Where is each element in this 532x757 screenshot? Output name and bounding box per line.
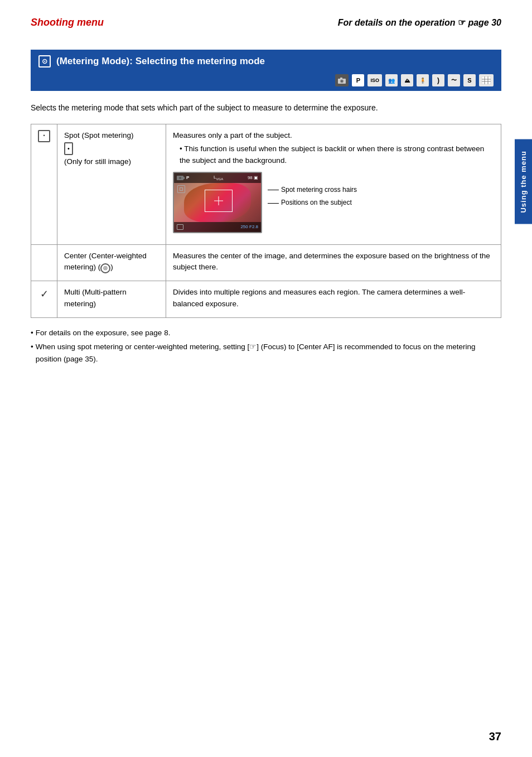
vf-spot-box xyxy=(205,190,233,212)
vf-count: 98 ▣ xyxy=(248,175,258,181)
page-container: Shooting menu For details on the operati… xyxy=(0,0,532,757)
note-1: • For details on the exposure, see page … xyxy=(31,327,501,339)
vf-top-left: P xyxy=(177,175,189,181)
table-row-spot: • Spot (Spot metering) • (Only for still… xyxy=(31,124,501,245)
callout-dash-1 xyxy=(268,190,279,190)
spot-desc-bullet: • This function is useful when the subje… xyxy=(180,143,494,166)
spot-crosshair xyxy=(214,196,223,205)
center-item-cell: Center (Center-weightedmetering) (◎) xyxy=(57,244,166,281)
vf-p-label: P xyxy=(186,175,189,181)
multi-title: Multi (Multi-pattern metering) xyxy=(64,288,127,307)
table-row-center: Center (Center-weightedmetering) (◎) Mea… xyxy=(31,244,501,281)
vf-spot-indicator xyxy=(177,185,185,193)
svg-rect-10 xyxy=(183,177,185,179)
multi-desc-cell: Divides into multiple regions and measur… xyxy=(166,281,501,318)
mode-icon-person: 🧍 xyxy=(417,74,429,86)
operation-ref: For details on the operation ☞ page 30 xyxy=(338,17,501,28)
banner-icons-row: P ISO 👥 ⛰ 🧍 ) 〜 S xyxy=(31,72,501,91)
spot-sub: (Only for still image) xyxy=(64,157,131,166)
center-icon-cell xyxy=(31,244,57,281)
vf-left-icon xyxy=(177,224,183,230)
callout-line-2: Positions on the subject xyxy=(268,199,357,208)
center-desc-cell: Measures the center of the image, and de… xyxy=(166,244,501,281)
mode-icon-p: P xyxy=(352,74,364,86)
shooting-menu-title: Shooting menu xyxy=(31,17,104,28)
mode-icon-wave: 〜 xyxy=(448,74,460,86)
multi-item-cell: Multi (Multi-pattern metering) xyxy=(57,281,166,318)
spot-item-cell: Spot (Spot metering) • (Only for still i… xyxy=(57,124,166,245)
multi-desc-main: Divides into multiple regions and measur… xyxy=(173,287,494,310)
banner-title-row: ⊙ (Metering Mode): Selecting the meterin… xyxy=(31,50,501,72)
notes: • For details on the exposure, see page … xyxy=(31,327,501,365)
svg-rect-3 xyxy=(340,78,342,79)
callout-dash-2 xyxy=(268,203,279,204)
center-paren: ) xyxy=(110,263,113,271)
multi-check-icon: ✓ xyxy=(38,287,50,302)
callout-lines: Spot metering cross hairs Positions on t… xyxy=(268,172,357,208)
note-text-1: For details on the exposure, see page 8. xyxy=(36,327,171,339)
callout-text-2: Positions on the subject xyxy=(281,199,352,208)
mode-icon-mountain: ⛰ xyxy=(401,74,413,86)
center-item-name: Center (Center-weightedmetering) (◎) xyxy=(64,250,159,273)
mode-icon-iso: ISO xyxy=(367,74,382,86)
center-icon-display: ◎ xyxy=(100,263,110,273)
callout-text-1: Spot metering cross hairs xyxy=(281,186,357,195)
spot-desc-cell: Measures only a part of the subject. • T… xyxy=(166,124,501,245)
banner-title: (Metering Mode): Selecting the metering … xyxy=(56,56,265,67)
cf-symbol: ☞ xyxy=(458,18,468,27)
vf-lvga: LVGA xyxy=(214,174,223,182)
mode-icon-s: S xyxy=(463,74,476,86)
intro-text: Selects the metering mode that sets whic… xyxy=(31,102,501,114)
viewfinder: P LVGA 98 ▣ xyxy=(173,172,262,233)
spot-icon-cell: • xyxy=(31,124,57,245)
note-bullet-1: • xyxy=(31,327,33,339)
mode-icon-people: 👥 xyxy=(385,74,398,86)
viewfinder-bottom-bar: 250 F2.8 xyxy=(174,222,261,232)
note-text-2: When using spot metering or center-weigh… xyxy=(36,341,501,365)
side-label: Using the menu xyxy=(515,139,532,224)
center-desc-main: Measures the center of the image, and de… xyxy=(173,250,494,273)
mode-icon-bracket: ) xyxy=(432,74,444,86)
content-table: • Spot (Spot metering) • (Only for still… xyxy=(31,124,501,318)
note-2: • When using spot metering or center-wei… xyxy=(31,341,501,365)
banner: ⊙ (Metering Mode): Selecting the meterin… xyxy=(31,50,501,91)
svg-rect-4 xyxy=(482,76,491,84)
table-row-multi: ✓ Multi (Multi-pattern metering) Divides… xyxy=(31,281,501,318)
vf-shutter-val: 250 F2.8 xyxy=(240,224,258,230)
page-header: Shooting menu For details on the operati… xyxy=(31,17,501,33)
viewfinder-container: P LVGA 98 ▣ xyxy=(173,172,494,233)
mode-icon-grid xyxy=(479,74,494,86)
page-number: 37 xyxy=(489,730,501,743)
page-ref: page 30 xyxy=(468,18,501,27)
svg-point-2 xyxy=(341,80,343,82)
note-bullet-2: • xyxy=(31,341,33,353)
viewfinder-top-bar: P LVGA 98 ▣ xyxy=(174,173,261,183)
mode-icon-camera xyxy=(335,74,349,86)
operation-ref-text: For details on the operation xyxy=(338,18,456,27)
callout-line-1: Spot metering cross hairs xyxy=(268,186,357,195)
spot-item-name: Spot (Spot metering) • (Only for still i… xyxy=(64,130,159,167)
multi-icon-cell: ✓ xyxy=(31,281,57,318)
svg-point-11 xyxy=(179,177,181,179)
multi-item-name: Multi (Multi-pattern metering) xyxy=(64,287,159,310)
metering-mode-icon: ⊙ xyxy=(38,55,51,67)
spot-desc-main: Measures only a part of the subject. xyxy=(173,130,494,141)
vf-shutter-info: 250 F2.8 xyxy=(240,224,258,230)
spot-icon-display: • xyxy=(64,142,73,155)
